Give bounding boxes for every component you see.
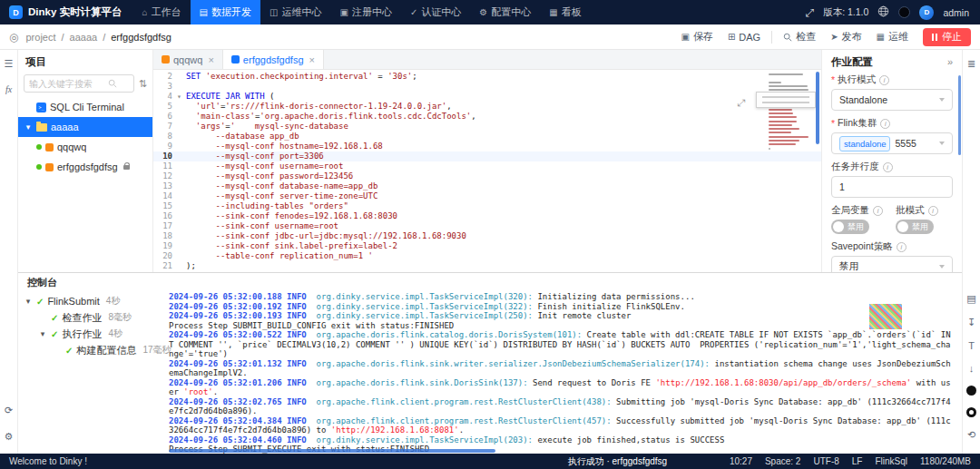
task-status-icon[interactable]: ◎ <box>9 31 18 44</box>
tree-item-terminal[interactable]: >_SQL Cli Terminal <box>18 97 152 117</box>
panel-scrollbar[interactable] <box>958 75 961 155</box>
settings-gear-icon[interactable]: ⚙ <box>5 431 14 443</box>
batch-mode-toggle[interactable]: 禁用 <box>896 220 934 234</box>
info-icon[interactable]: i <box>879 75 889 85</box>
code-editor[interactable]: 2SET 'execution.checkpointing.interval' … <box>153 70 821 272</box>
code-text[interactable]: --including-tables "orders" <box>186 201 348 211</box>
code-line[interactable]: 16 --sink-conf fenodes=192.168.1.68:8030 <box>153 211 821 221</box>
code-line[interactable]: 5 'url'='rs:///flink-doris-connector-1.1… <box>153 102 821 112</box>
close-tab-icon[interactable]: × <box>309 54 315 65</box>
console-step[interactable]: ▾✓FlinkSubmit4秒 <box>18 293 162 309</box>
user-avatar[interactable]: D <box>919 5 934 20</box>
code-line[interactable]: 4▾EXECUTE JAR WITH ( <box>153 92 821 102</box>
nav-item-registry[interactable]: ▣注册中心 <box>330 0 400 24</box>
username[interactable]: admin <box>943 7 969 18</box>
code-text[interactable]: --mysql-conf hostname=192.168.1.68 <box>186 142 383 151</box>
sort-icon[interactable]: ⇅ <box>139 78 147 90</box>
editor-scrollbar[interactable] <box>816 72 819 144</box>
info-icon[interactable]: i <box>873 206 883 216</box>
code-line[interactable]: 6 'main-class'='org.apache.doris.flink.t… <box>153 112 821 122</box>
breadcrumb-item[interactable]: project <box>25 32 55 43</box>
info-icon[interactable]: i <box>897 242 906 252</box>
brand[interactable]: D Dinky 实时计算平台 <box>0 5 133 19</box>
caret-down-icon[interactable]: ▾ <box>24 122 33 132</box>
nav-item-config[interactable]: ⚙配置中心 <box>470 0 540 24</box>
code-text[interactable]: EXECUTE JAR WITH ( <box>186 92 275 102</box>
code-text[interactable]: --table-conf replication_num=1 ' <box>186 251 373 261</box>
console-hscrollbar[interactable] <box>169 449 495 453</box>
console-step[interactable]: ✓检查作业8毫秒 <box>18 309 162 326</box>
toolbar-publish-button[interactable]: ➤发布 <box>823 30 868 44</box>
info-icon[interactable]: i <box>880 119 890 129</box>
console-step[interactable]: ▾✓执行作业4秒 <box>18 326 162 342</box>
editor-tab[interactable]: qqqwq× <box>153 50 223 69</box>
language-globe-icon[interactable] <box>877 5 889 20</box>
code-text[interactable]: --mysql-conf username=root <box>186 161 343 171</box>
tree-item-task[interactable]: qqqwq <box>18 137 152 157</box>
caret-down-icon[interactable]: ▾ <box>38 329 47 338</box>
nav-item-auth[interactable]: ✓认证中心 <box>401 0 470 24</box>
code-line[interactable]: 13 --mysql-conf database-name=app_db <box>153 181 821 191</box>
code-text[interactable]: --mysql-conf password=123456 <box>186 171 353 181</box>
collapse-panel-icon[interactable]: » <box>947 56 953 67</box>
theme-toggle-icon[interactable] <box>898 6 910 18</box>
clear-log-icon[interactable]: ⟲ <box>967 429 975 441</box>
code-text[interactable]: --mysql-conf port=3306 <box>186 151 324 161</box>
code-line[interactable]: 2SET 'execution.checkpointing.interval' … <box>153 72 821 82</box>
toolbar-save-button[interactable]: ▣保存 <box>673 30 720 44</box>
minimap[interactable] <box>769 73 812 150</box>
outline-icon[interactable]: ≣ <box>967 58 975 70</box>
code-line[interactable]: 15 --including-tables "orders" <box>153 201 821 211</box>
tree-item-task[interactable]: erfggdsfgdfsg <box>18 157 152 177</box>
theme-dark-icon[interactable] <box>966 386 976 396</box>
caret-down-icon[interactable]: ▾ <box>24 297 33 306</box>
nav-item-data-dev[interactable]: ▤数据开发 <box>191 0 260 24</box>
font-size-icon[interactable]: T <box>968 340 975 351</box>
code-line[interactable]: 3 <box>153 82 821 92</box>
exec-mode-select[interactable]: Standalone <box>831 89 953 111</box>
code-text[interactable]: --sink-conf username=root <box>186 221 338 231</box>
code-line[interactable]: 17 --sink-conf username=root <box>153 221 821 231</box>
code-text[interactable]: --sink-conf jdbc-url=jdbc:mysql://192.16… <box>186 231 466 241</box>
menu-icon[interactable]: ☰ <box>5 58 14 70</box>
code-line[interactable]: 10 --mysql-conf port=3306 <box>153 151 821 161</box>
info-icon[interactable]: i <box>928 206 938 216</box>
history-icon[interactable]: ⟳ <box>5 405 13 416</box>
code-line[interactable]: 7 'args'=' mysql-sync-database <box>153 122 821 132</box>
nav-item-dashboard[interactable]: ▦看板 <box>540 0 590 24</box>
code-text[interactable]: 'url'='rs:///flink-doris-connector-1.19-… <box>186 102 452 112</box>
code-line[interactable]: 11 --mysql-conf username=root <box>153 161 821 171</box>
code-lines[interactable]: 2SET 'execution.checkpointing.interval' … <box>153 72 821 271</box>
code-text[interactable]: --mysql-conf server-time-zone=UTC <box>186 191 377 201</box>
fold-icon[interactable]: ▾ <box>177 92 186 102</box>
toolbar-devops-button[interactable]: ▦运维 <box>869 30 916 44</box>
toolbar-dag-button[interactable]: ⊞DAG <box>720 32 768 43</box>
info-icon[interactable]: i <box>883 162 893 172</box>
console-title[interactable]: 控制台 <box>27 276 57 289</box>
console-step[interactable]: ✓构建配置信息17毫秒 <box>18 342 162 358</box>
search-input[interactable] <box>29 79 105 89</box>
nav-item-devops[interactable]: ◫运维中心 <box>260 0 330 24</box>
code-line[interactable]: 20 --table-conf replication_num=1 ' <box>153 251 821 261</box>
code-text[interactable]: 'args'=' mysql-sync-database <box>186 122 348 132</box>
console-logs[interactable]: 2024-09-26 05:32:00.188 INFO org.dinky.s… <box>162 291 962 454</box>
breadcrumb-item[interactable]: aaaaa <box>70 32 98 43</box>
expand-editor-icon[interactable]: ⤢ <box>737 97 745 109</box>
code-line[interactable]: 12 --mysql-conf password=123456 <box>153 171 821 181</box>
code-text[interactable]: --sink-conf fenodes=192.168.1.68:8030 <box>186 211 397 221</box>
editor-tab[interactable]: erfggdsfgdfsg× <box>223 50 324 69</box>
breadcrumb-item[interactable]: erfggdsfgdfsg <box>111 32 172 43</box>
flink-cluster-select[interactable]: standalone5555 <box>831 132 953 154</box>
code-text[interactable]: --mysql-conf database-name=app_db <box>186 181 377 191</box>
parallelism-input[interactable] <box>831 176 953 198</box>
fullscreen-icon[interactable]: ⤢ <box>806 6 815 19</box>
stop-button[interactable]: 停止 <box>923 28 971 46</box>
code-text[interactable]: --database app_db <box>186 132 299 142</box>
log-list-icon[interactable]: ▤ <box>966 293 975 305</box>
toolbar-check-button[interactable]: 检查 <box>776 30 823 44</box>
code-text[interactable]: 'main-class'='org.apache.doris.flink.too… <box>186 112 476 122</box>
code-text[interactable]: SET 'execution.checkpointing.interval' =… <box>186 72 417 82</box>
savepoint-select[interactable]: 禁用 <box>831 256 953 272</box>
global-var-toggle[interactable]: 禁用 <box>831 220 869 234</box>
code-line[interactable]: 9 --mysql-conf hostname=192.168.1.68 <box>153 142 821 151</box>
